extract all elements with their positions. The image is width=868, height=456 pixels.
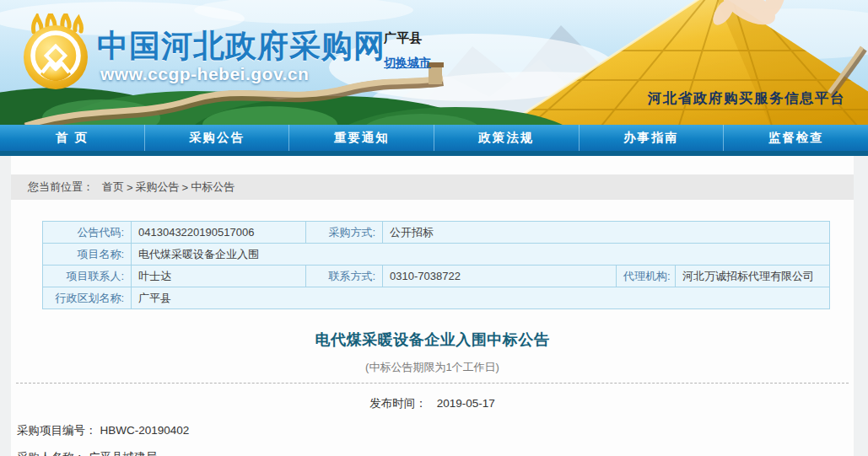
nav-item-home[interactable]: 首 页 xyxy=(0,125,144,151)
field-value-announcement-code: 0413043220190517006 xyxy=(132,222,306,244)
breadcrumb: 您当前位置： 首页 > 采购公告 > 中标公告 xyxy=(11,174,854,200)
breadcrumb-procurement-announcements[interactable]: 采购公告 xyxy=(136,180,180,195)
site-header: 中国河北政府采购网 www.ccgp-hebei.gov.cn 广平县 切换城市… xyxy=(0,0,868,125)
nav-item-service-guide[interactable]: 办事指南 xyxy=(579,125,724,151)
field-label-procurement-method: 采购方式: xyxy=(306,222,383,244)
purchaser-value: 广平县城建局 xyxy=(89,451,157,456)
purchaser-line: 采购人名称：广平县城建局 xyxy=(17,450,854,456)
field-label-announcement-code: 公告代码: xyxy=(43,222,132,244)
field-label-project-name: 项目名称: xyxy=(43,244,132,266)
announcement-subtitle: (中标公告期限为1个工作日) xyxy=(11,360,854,375)
field-value-project-name: 电代煤采暖设备企业入围 xyxy=(132,244,830,266)
dashed-divider xyxy=(16,383,849,384)
content-area: 您当前位置： 首页 > 采购公告 > 中标公告 公告代码: 0413043220… xyxy=(11,156,854,456)
field-value-admin-region: 广平县 xyxy=(132,287,830,309)
field-label-project-contact: 项目联系人: xyxy=(43,266,132,287)
breadcrumb-separator: > xyxy=(127,181,133,194)
announcement-info-table: 公告代码: 0413043220190517006 采购方式: 公开招标 项目名… xyxy=(42,221,830,309)
project-number-line: 采购项目编号：HBWC-20190402 xyxy=(17,423,854,438)
table-row-admin-region: 行政区划名称: 广平县 xyxy=(43,287,830,309)
field-value-project-contact: 叶士达 xyxy=(132,266,306,287)
announcement-title: 电代煤采暖设备企业入围中标公告 xyxy=(11,330,854,350)
main-nav: 首 页 采购公告 重要通知 政策法规 办事指南 监督检查 xyxy=(0,125,868,151)
field-label-contact-phone: 联系方式: xyxy=(306,266,383,287)
breadcrumb-award-announcements[interactable]: 中标公告 xyxy=(191,180,235,195)
table-row-announcement-code: 公告代码: 0413043220190517006 采购方式: 公开招标 xyxy=(43,222,830,244)
publish-time-line: 发布时间：2019-05-17 xyxy=(11,396,854,411)
field-value-procurement-method: 公开招标 xyxy=(383,222,830,244)
site-title[interactable]: 中国河北政府采购网 xyxy=(97,25,385,67)
site-logo[interactable] xyxy=(19,13,93,91)
project-number-value: HBWC-20190402 xyxy=(100,424,190,437)
publish-time-value: 2019-05-17 xyxy=(437,397,495,410)
platform-name: 河北省政府购买服务信息平台 xyxy=(648,89,845,108)
purchaser-label: 采购人名称： xyxy=(17,451,85,456)
breadcrumb-separator: > xyxy=(182,181,189,194)
nav-item-procurement-announcements[interactable]: 采购公告 xyxy=(144,125,289,151)
page: 中国河北政府采购网 www.ccgp-hebei.gov.cn 广平县 切换城市… xyxy=(0,0,868,456)
field-value-agency: 河北万诚招标代理有限公司 xyxy=(676,266,830,287)
nav-item-supervision[interactable]: 监督检查 xyxy=(723,125,868,151)
nav-item-important-notices[interactable]: 重要通知 xyxy=(288,125,434,151)
field-label-agency: 代理机构: xyxy=(617,266,676,287)
breadcrumb-prefix: 您当前位置： xyxy=(28,180,94,195)
current-region-label: 广平县 xyxy=(384,30,422,46)
breadcrumb-home[interactable]: 首页 xyxy=(102,180,124,195)
nav-item-policies-regulations[interactable]: 政策法规 xyxy=(434,125,579,151)
project-number-label: 采购项目编号： xyxy=(17,424,97,437)
table-row-contacts: 项目联系人: 叶士达 联系方式: 0310-7038722 代理机构: 河北万诚… xyxy=(43,266,830,287)
switch-city-link[interactable]: 切换城市 xyxy=(384,56,431,71)
site-url: www.ccgp-hebei.gov.cn xyxy=(100,64,309,84)
publish-time-label: 发布时间： xyxy=(369,397,427,410)
field-label-admin-region: 行政区划名称: xyxy=(43,287,132,309)
field-value-contact-phone: 0310-7038722 xyxy=(383,266,617,287)
table-row-project-name: 项目名称: 电代煤采暖设备企业入围 xyxy=(43,244,830,266)
